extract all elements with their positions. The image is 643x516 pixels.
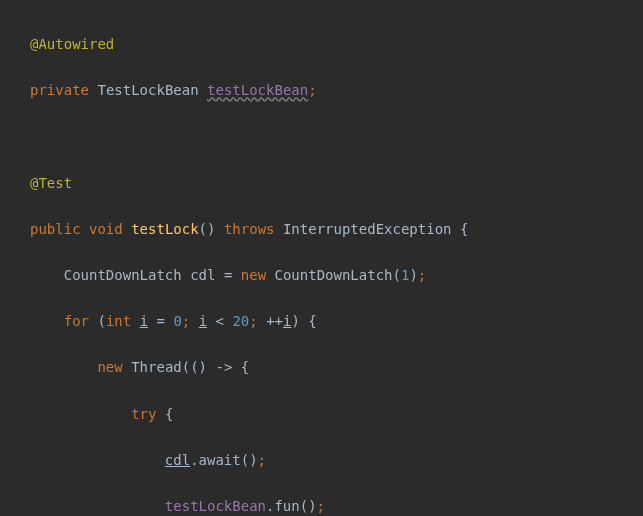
keyword-throws: throws xyxy=(224,221,275,237)
operator: = xyxy=(157,313,165,329)
code-line: for (int i = 0; i < 20; ++i) { xyxy=(30,310,643,333)
annotation: @Autowired xyxy=(30,36,114,52)
operator: < xyxy=(216,313,224,329)
keyword-new: new xyxy=(241,267,266,283)
code-editor[interactable]: @Autowired private TestLockBean testLock… xyxy=(0,0,643,516)
method-call: .await xyxy=(190,452,241,468)
field-ref: testLockBean xyxy=(165,498,266,514)
semicolon: ; xyxy=(258,452,266,468)
paren: ( xyxy=(393,267,401,283)
operator: = xyxy=(224,267,232,283)
code-line: public void testLock() throws Interrupte… xyxy=(30,218,643,241)
paren: ) xyxy=(249,452,257,468)
number-literal: 20 xyxy=(232,313,249,329)
paren: ( xyxy=(241,452,249,468)
keyword-int: int xyxy=(106,313,131,329)
number-literal: 0 xyxy=(173,313,181,329)
code-line: @Test xyxy=(30,172,643,195)
semicolon: ; xyxy=(308,82,316,98)
code-line: try { xyxy=(30,403,643,426)
type: InterruptedException xyxy=(283,221,452,237)
method-call: .fun xyxy=(266,498,300,514)
semicolon: ; xyxy=(418,267,426,283)
variable: cdl xyxy=(190,267,215,283)
keyword-try: try xyxy=(131,406,156,422)
keyword-private: private xyxy=(30,82,89,98)
semicolon: ; xyxy=(249,313,257,329)
annotation: @Test xyxy=(30,175,72,191)
paren: ( xyxy=(300,498,308,514)
paren: ) xyxy=(291,313,299,329)
operator: ++ xyxy=(266,313,283,329)
code-line: CountDownLatch cdl = new CountDownLatch(… xyxy=(30,264,643,287)
field-ref: testLockBean xyxy=(207,82,308,98)
semicolon: ; xyxy=(317,498,325,514)
keyword-public: public xyxy=(30,221,81,237)
variable: i xyxy=(199,313,207,329)
type: CountDownLatch xyxy=(275,267,393,283)
paren: ) xyxy=(409,267,417,283)
method-name: testLock xyxy=(131,221,198,237)
brace: { xyxy=(308,313,316,329)
type: TestLockBean xyxy=(97,82,198,98)
code-line xyxy=(30,125,643,148)
paren: ) xyxy=(308,498,316,514)
code-line: private TestLockBean testLockBean; xyxy=(30,79,643,102)
paren: ) xyxy=(207,221,215,237)
code-line: new Thread(() -> { xyxy=(30,356,643,379)
lambda: () -> xyxy=(190,359,232,375)
brace: { xyxy=(241,359,249,375)
paren: ( xyxy=(182,359,190,375)
paren: ( xyxy=(97,313,105,329)
type: CountDownLatch xyxy=(64,267,182,283)
code-line: @Autowired xyxy=(30,33,643,56)
code-line: cdl.await(); xyxy=(30,449,643,472)
keyword-void: void xyxy=(89,221,123,237)
keyword-for: for xyxy=(64,313,89,329)
code-line: testLockBean.fun(); xyxy=(30,495,643,516)
type: Thread xyxy=(131,359,182,375)
paren: ( xyxy=(199,221,207,237)
brace: { xyxy=(165,406,173,422)
semicolon: ; xyxy=(182,313,190,329)
brace: { xyxy=(460,221,468,237)
keyword-new: new xyxy=(97,359,122,375)
variable: i xyxy=(140,313,148,329)
variable: cdl xyxy=(165,452,190,468)
